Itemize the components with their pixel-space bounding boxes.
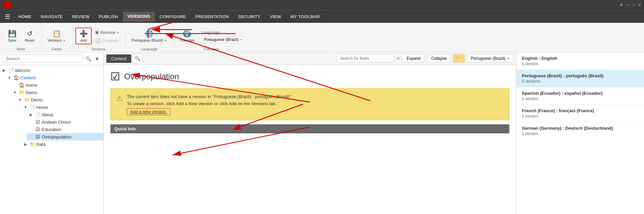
add-version-button[interactable]: ➕ Add <box>75 28 92 44</box>
add-new-version-link[interactable]: Add a new version. <box>127 108 170 115</box>
translate-label: Translate <box>179 38 195 42</box>
menu-publish[interactable]: PUBLISH <box>94 12 123 21</box>
folder-button[interactable]: 📁 <box>453 54 465 63</box>
lang-entry-spanish[interactable]: Spanish (Ecuador) : español (Ecuador) 1 … <box>516 87 644 105</box>
content-toolbar-right: ✕ Expand Collapse 📁 Portuguese (Brazil) … <box>337 54 513 63</box>
reset-button[interactable]: ↺ Reset <box>22 28 38 44</box>
tree-item-about[interactable]: ▶ 📄 About <box>27 111 103 118</box>
hamburger-menu[interactable]: ☰ <box>1 12 13 22</box>
remove-icon: ✖ <box>95 30 99 35</box>
lang-entry-french[interactable]: French (France) : français (France) 1 ve… <box>516 105 644 122</box>
lang-name-english: English : English <box>522 56 639 61</box>
ribbon-language-buttons: 🌐 Portuguese (Brazil) ▼ <box>129 25 170 47</box>
tree-item-demo-child[interactable]: ▼ 📁 Demo <box>16 96 103 103</box>
tree-label-education: Education <box>42 127 61 132</box>
search-fields-input[interactable] <box>337 54 394 62</box>
content-search-button[interactable]: 🔍 <box>133 54 143 63</box>
versions-label: Versions ▼ <box>47 38 66 42</box>
close-icon[interactable]: ✕ <box>638 3 641 7</box>
lang-entry-portuguese[interactable]: Portuguese (Brazil) : português (Brasil)… <box>516 70 644 87</box>
tree-toggle-demo-root[interactable]: ▼ <box>12 90 18 94</box>
search-input[interactable] <box>3 54 83 63</box>
lang-name-portuguese: Portuguese (Brazil) : português (Brasil) <box>522 73 639 78</box>
tree-label-overpopulation: Overpopulation <box>42 134 71 139</box>
tree-toggle-demo-child[interactable]: ▼ <box>18 98 23 102</box>
home-child-icon: 📄 <box>29 104 36 110</box>
content-area: Content 🔍 ✕ Expand Collapse 📁 Portuguese… <box>104 52 516 214</box>
right-panel: English : English 1 version. Portuguese … <box>516 52 644 214</box>
tree-label-about: About <box>42 112 53 117</box>
tree-item-data[interactable]: ▶ 📁 Data <box>22 140 103 148</box>
lang-versions-english: 1 version. <box>522 61 639 66</box>
tree-item-education[interactable]: ▶ ☑ Education <box>27 126 103 133</box>
lang-name-german: German (Germany) : Deutsch (Deutschland) <box>522 126 639 131</box>
tree-item-home-root[interactable]: ▶ 🏠 Home <box>11 81 103 89</box>
lang-flag-button[interactable]: 🌐 Portuguese (Brazil) ▼ <box>129 28 170 44</box>
lang-versions-french: 1 version. <box>522 114 639 119</box>
expand-button[interactable]: Expand <box>402 54 425 62</box>
tree-toggle-data[interactable]: ▶ <box>23 142 28 146</box>
minimize-icon[interactable]: ▼ <box>619 3 623 7</box>
andean-choco-icon: ☑ <box>34 119 41 125</box>
translate-language-dropdown[interactable]: Portuguese (Brazil) ▼ <box>202 36 245 43</box>
remove-button[interactable]: ✖ Remove ▼ <box>93 29 122 36</box>
translate-dropdown-arrow: ▼ <box>240 38 243 41</box>
maximize-icon[interactable]: □ <box>633 3 635 7</box>
warning-triangle-icon: ⚠ <box>116 94 123 103</box>
menu-versions[interactable]: VERSIONS <box>123 12 155 22</box>
tree-item-content[interactable]: ▼ 🏠 Content <box>5 74 103 81</box>
overpopulation-icon: ☑ <box>34 134 41 139</box>
language-selector-arrow: ▼ <box>507 57 510 60</box>
tree-item-sitecore[interactable]: ▶ 📄 sitecore <box>0 67 103 74</box>
tree-item-demo-root[interactable]: ▼ 📁 Demo <box>11 89 103 96</box>
versions-button[interactable]: 📋 Versions ▼ <box>45 28 68 44</box>
compare-button[interactable]: ⬜ Compare <box>93 37 122 44</box>
tree-toggle-home-child[interactable]: ▼ <box>23 105 28 109</box>
language-selector-button[interactable]: Portuguese (Brazil) ▼ <box>467 54 513 62</box>
top-bar-left <box>3 2 11 8</box>
lang-versions-portuguese: 0 versions. <box>522 79 639 84</box>
menu-navigate[interactable]: NAVIGATE <box>36 12 67 21</box>
menu-presentation[interactable]: PRESENTATION <box>191 12 234 21</box>
tree-label-demo-child: Demo <box>31 97 43 102</box>
lang-entry-german[interactable]: German (Germany) : Deutsch (Deutschland)… <box>516 122 644 140</box>
menu-mytoolbar[interactable]: MY TOOLBAR <box>286 12 325 21</box>
warning-box: ⚠ The current item does not have a versi… <box>110 88 509 120</box>
sidebar: 🔍 ▼ ▶ 📄 sitecore ▼ 🏠 Content ▶ 🏠 Home <box>0 52 104 214</box>
ribbon-translate-label: Translate <box>203 47 218 52</box>
ribbon-group-versions: ➕ Add ✖ Remove ▼ ⬜ Compare Versions <box>74 25 126 52</box>
page-content-icon: ☑ <box>110 70 120 83</box>
language-label-text: Language <box>202 30 245 35</box>
save-label: Save <box>8 38 16 42</box>
sitecore-icon: 📄 <box>7 68 14 73</box>
content-body: ☑ Overpopulation ⚠ The current item does… <box>104 65 516 214</box>
warning-content: The current item does not have a version… <box>127 93 292 115</box>
tree-item-andean-choco[interactable]: ▶ ☑ Andean Choco <box>27 118 103 126</box>
collapse-button[interactable]: Collapse <box>427 54 451 62</box>
page-title-row: ☑ Overpopulation <box>110 70 509 83</box>
minimize-window-icon[interactable]: — <box>626 3 630 7</box>
tree-item-overpopulation[interactable]: ▶ ☑ Overpopulation <box>27 133 103 140</box>
search-icon[interactable]: 🔍 <box>84 55 93 62</box>
quick-info-bar: Quick Info <box>110 124 509 133</box>
lang-versions-german: 1 version. <box>522 131 639 136</box>
save-button[interactable]: 💾 Save <box>4 28 20 44</box>
clear-search-icon[interactable]: ✕ <box>396 56 400 61</box>
menu-configure[interactable]: CONFIGURE <box>155 12 191 21</box>
menu-view[interactable]: VIEW <box>265 12 285 21</box>
lang-entry-english[interactable]: English : English 1 version. <box>516 52 644 70</box>
menu-security[interactable]: SECURITY <box>234 12 265 21</box>
tree-toggle-sitecore[interactable]: ▶ <box>1 68 7 73</box>
menu-review[interactable]: REVIEW <box>67 12 94 21</box>
tree-toggle-about[interactable]: ▶ <box>28 113 34 117</box>
translate-button[interactable]: 🌍 Translate <box>177 28 197 44</box>
menu-home[interactable]: HOME <box>13 12 36 21</box>
menu-bar: ☰ HOME NAVIGATE REVIEW PUBLISH VERSIONS … <box>0 10 644 23</box>
compare-icon: ⬜ <box>95 38 101 43</box>
content-tab[interactable]: Content <box>106 54 131 63</box>
content-icon: 🏠 <box>13 75 20 80</box>
reset-label: Reset <box>25 38 35 42</box>
search-dropdown-icon[interactable]: ▼ <box>93 55 101 62</box>
tree-item-home-child[interactable]: ▼ 📄 Home <box>22 103 103 111</box>
tree-toggle-content[interactable]: ▼ <box>7 76 12 80</box>
